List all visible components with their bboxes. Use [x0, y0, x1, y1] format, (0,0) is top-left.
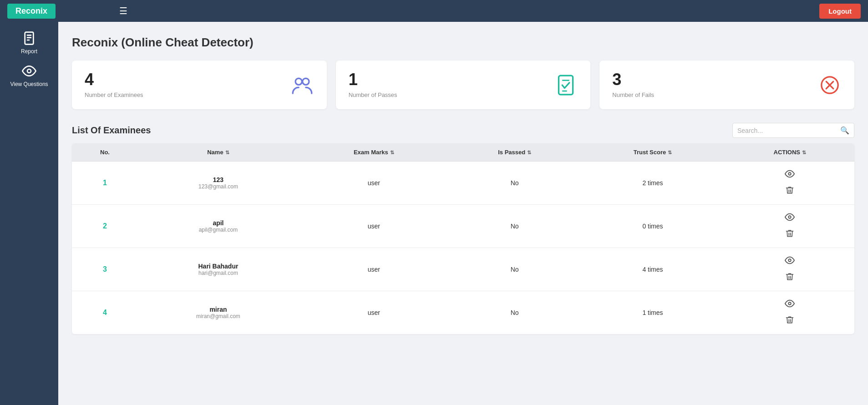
delete-icon-2 — [785, 229, 794, 238]
sidebar-item-report[interactable]: Report — [21, 31, 37, 55]
svg-point-15 — [789, 259, 792, 262]
topbar: Reconix ☰ Logout — [0, 0, 868, 22]
cell-marks-2: user — [299, 205, 449, 248]
search-input[interactable] — [737, 127, 838, 134]
col-trust-score: Trust Score⇅ — [580, 143, 725, 162]
cell-passed-1: No — [449, 162, 580, 205]
cell-trust-2: 0 times — [580, 205, 725, 248]
col-actions: ACTIONS⇅ — [726, 143, 854, 162]
logout-button[interactable]: Logout — [819, 4, 861, 19]
search-box: 🔍 — [732, 123, 854, 138]
stat-card-examinees: 4 Number of Examinees — [72, 61, 327, 109]
examinees-table: No. Name⇅ Exam Marks⇅ Is Passed⇅ Trust S… — [72, 143, 854, 334]
cell-actions-1 — [726, 162, 854, 205]
examinees-icon — [290, 73, 314, 97]
cell-no-3: 3 — [72, 248, 138, 291]
eye-icon — [22, 64, 36, 78]
search-icon: 🔍 — [840, 126, 849, 135]
list-header: List Of Examinees 🔍 — [72, 123, 854, 138]
cell-marks-4: user — [299, 291, 449, 334]
cell-actions-4 — [726, 291, 854, 334]
examinees-count: 4 — [85, 71, 143, 88]
main-content: Reconix (Online Cheat Detector) 4 Number… — [58, 22, 868, 405]
cell-no-4: 4 — [72, 291, 138, 334]
svg-point-6 — [302, 78, 309, 85]
svg-point-13 — [789, 172, 792, 175]
col-exam-marks: Exam Marks⇅ — [299, 143, 449, 162]
cell-no-2: 2 — [72, 205, 138, 248]
table-row: 1 123 123@gmail.com user No 2 times — [72, 162, 854, 205]
cell-marks-3: user — [299, 248, 449, 291]
cell-actions-3 — [726, 248, 854, 291]
table-header-row: No. Name⇅ Exam Marks⇅ Is Passed⇅ Trust S… — [72, 143, 854, 162]
report-icon — [22, 31, 36, 46]
cell-marks-1: user — [299, 162, 449, 205]
svg-point-14 — [789, 216, 792, 218]
page-title: Reconix (Online Cheat Detector) — [72, 35, 854, 50]
delete-button-4[interactable] — [784, 314, 795, 328]
fails-count: 3 — [612, 71, 654, 88]
app-logo: Reconix — [7, 4, 56, 19]
sidebar: Report View Questions — [0, 22, 58, 405]
cell-passed-4: No — [449, 291, 580, 334]
passes-icon — [554, 73, 578, 97]
stat-card-fails: 3 Number of Fails — [599, 61, 854, 109]
delete-icon-4 — [785, 315, 794, 324]
menu-toggle-button[interactable]: ☰ — [119, 5, 127, 16]
passes-label: Number of Passes — [349, 91, 397, 98]
cell-name-3: Hari Bahadur hari@gmail.com — [138, 248, 299, 291]
sort-marks-icon: ⇅ — [390, 150, 394, 156]
examinees-label: Number of Examinees — [85, 91, 143, 98]
cell-name-1: 123 123@gmail.com — [138, 162, 299, 205]
svg-point-4 — [27, 69, 31, 73]
cell-passed-2: No — [449, 205, 580, 248]
cell-trust-1: 2 times — [580, 162, 725, 205]
col-is-passed: Is Passed⇅ — [449, 143, 580, 162]
delete-icon-1 — [785, 186, 794, 195]
stat-card-passes: 1 Number of Passes — [336, 61, 591, 109]
cell-name-2: apil apil@gmail.com — [138, 205, 299, 248]
svg-point-16 — [789, 302, 792, 305]
sidebar-item-view-questions-label: View Questions — [10, 81, 48, 87]
sort-trust-icon: ⇅ — [668, 150, 672, 156]
view-button-2[interactable] — [784, 211, 796, 225]
cell-no-1: 1 — [72, 162, 138, 205]
svg-rect-7 — [559, 76, 573, 95]
view-button-1[interactable] — [784, 168, 796, 182]
sidebar-item-report-label: Report — [21, 48, 37, 55]
cell-name-4: miran miran@gmail.com — [138, 291, 299, 334]
delete-button-1[interactable] — [784, 185, 795, 198]
table-row: 3 Hari Bahadur hari@gmail.com user No 4 … — [72, 248, 854, 291]
cell-passed-3: No — [449, 248, 580, 291]
view-icon-1 — [785, 169, 795, 179]
cell-trust-3: 4 times — [580, 248, 725, 291]
delete-button-2[interactable] — [784, 228, 795, 241]
cell-actions-2 — [726, 205, 854, 248]
sidebar-item-view-questions[interactable]: View Questions — [10, 64, 48, 87]
delete-icon-3 — [785, 272, 794, 281]
delete-button-3[interactable] — [784, 271, 795, 284]
view-icon-3 — [785, 255, 795, 265]
view-button-4[interactable] — [784, 298, 796, 312]
fails-icon — [818, 73, 842, 97]
table-row: 2 apil apil@gmail.com user No 0 times — [72, 205, 854, 248]
sort-passed-icon: ⇅ — [527, 150, 531, 156]
list-title: List Of Examinees — [72, 125, 151, 136]
table-row: 4 miran miran@gmail.com user No 1 times — [72, 291, 854, 334]
col-name: Name⇅ — [138, 143, 299, 162]
col-no: No. — [72, 143, 138, 162]
sort-actions-icon: ⇅ — [802, 150, 806, 156]
sort-name-icon: ⇅ — [225, 150, 229, 156]
svg-point-5 — [295, 78, 302, 85]
cell-trust-4: 1 times — [580, 291, 725, 334]
stats-row: 4 Number of Examinees 1 Number of Passes — [72, 61, 854, 109]
view-icon-2 — [785, 212, 795, 222]
view-icon-4 — [785, 299, 795, 309]
passes-count: 1 — [349, 71, 397, 88]
fails-label: Number of Fails — [612, 91, 654, 98]
view-button-3[interactable] — [784, 254, 796, 268]
